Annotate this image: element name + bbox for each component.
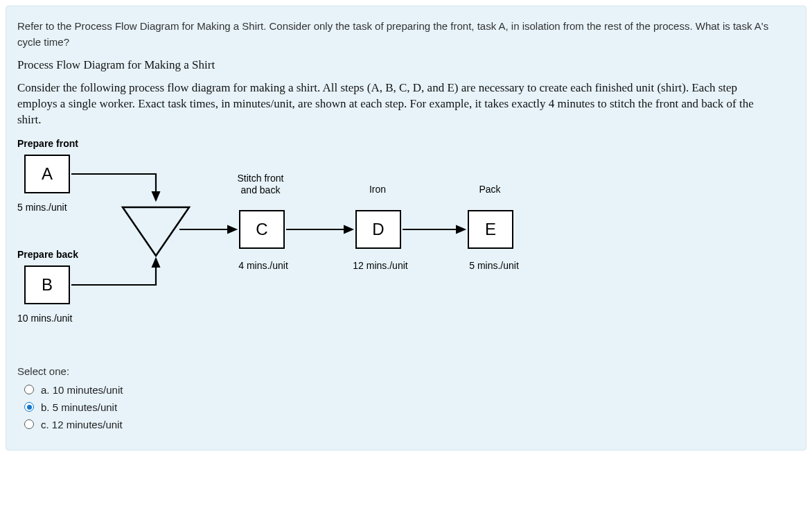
box-e: E xyxy=(468,210,513,249)
diagram-title: Process Flow Diagram for Making a Shirt xyxy=(17,58,795,72)
process-flow-diagram: Prepare front A 5 mins./unit Prepare bac… xyxy=(17,138,779,346)
label-stitch: Stitch front and back xyxy=(222,173,299,196)
option-label: c. 12 minutes/unit xyxy=(41,419,123,430)
box-b: B xyxy=(24,265,70,304)
option-b[interactable]: b. 5 minutes/unit xyxy=(24,401,795,413)
option-a[interactable]: a. 10 minutes/unit xyxy=(24,384,795,396)
radio-icon[interactable] xyxy=(24,402,34,412)
label-iron: Iron xyxy=(357,184,398,195)
option-c[interactable]: c. 12 minutes/unit xyxy=(24,419,795,430)
label-prepare-front: Prepare front xyxy=(17,138,78,149)
option-label: b. 5 minutes/unit xyxy=(41,401,117,413)
option-label: a. 10 minutes/unit xyxy=(41,384,123,396)
label-prepare-back: Prepare back xyxy=(17,249,78,260)
box-c: C xyxy=(239,210,285,249)
radio-icon[interactable] xyxy=(24,419,34,429)
box-a: A xyxy=(24,155,70,193)
time-b: 10 mins./unit xyxy=(17,313,72,324)
radio-icon[interactable] xyxy=(24,385,34,394)
time-c: 4 mins./unit xyxy=(232,260,294,271)
answer-options: a. 10 minutes/unit b. 5 minutes/unit c. … xyxy=(17,384,795,430)
label-pack: Pack xyxy=(469,184,511,195)
time-e: 5 mins./unit xyxy=(459,260,529,271)
time-a: 5 mins./unit xyxy=(17,202,67,213)
select-one-label: Select one: xyxy=(17,365,795,377)
diagram-description: Consider the following process flow diag… xyxy=(17,80,779,128)
box-d: D xyxy=(355,210,401,249)
time-d: 12 mins./unit xyxy=(346,260,415,271)
question-card: Refer to the Process Flow Diagram for Ma… xyxy=(6,6,806,451)
question-prompt: Refer to the Process Flow Diagram for Ma… xyxy=(17,19,795,50)
